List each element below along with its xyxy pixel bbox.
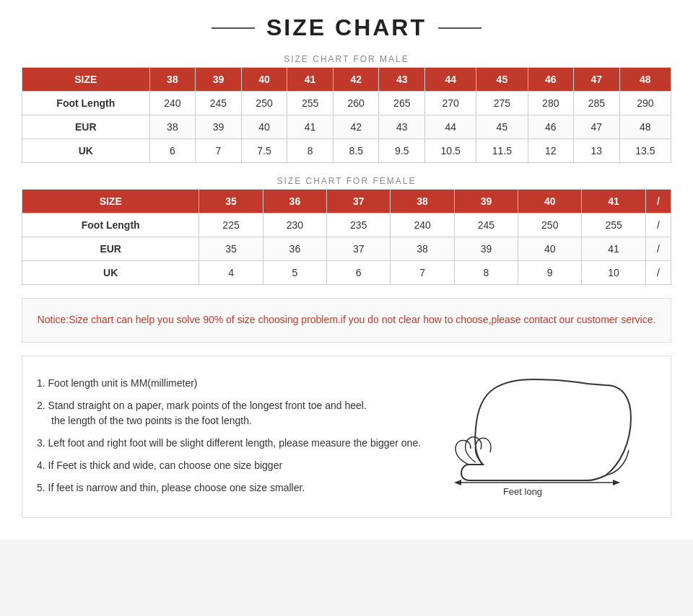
female-row-cell: 36 bbox=[263, 237, 326, 261]
male-row-cell: 42 bbox=[333, 115, 379, 139]
female-row-cell: 10 bbox=[582, 261, 645, 285]
female-section-label: SIZE CHART FOR FEMALE bbox=[22, 176, 671, 186]
male-row-cell: 45 bbox=[476, 115, 528, 139]
foot-diagram-svg: Feet long bbox=[447, 371, 649, 501]
instruction-item: 5. If feet is narrow and thin, please ch… bbox=[37, 480, 425, 496]
male-row-cell: 7 bbox=[196, 139, 242, 163]
male-header-cell: 43 bbox=[379, 68, 425, 92]
page-title: SIZE CHART bbox=[266, 14, 427, 41]
female-table-header-row: SIZE35363738394041/ bbox=[22, 190, 671, 214]
female-row-cell: / bbox=[645, 237, 671, 261]
female-row-label: Foot Length bbox=[22, 214, 199, 237]
male-row-cell: 6 bbox=[149, 139, 196, 163]
male-row-cell: 13 bbox=[574, 139, 620, 163]
title-row: SIZE CHART bbox=[22, 14, 671, 41]
female-row-label: UK bbox=[22, 261, 199, 285]
male-header-cell: SIZE bbox=[22, 68, 150, 92]
male-row-cell: 275 bbox=[476, 92, 528, 115]
male-row-cell: 10.5 bbox=[425, 139, 476, 163]
female-header-cell: SIZE bbox=[22, 190, 199, 214]
male-header-cell: 47 bbox=[574, 68, 620, 92]
female-size-table: SIZE35363738394041/ Foot Length225230235… bbox=[22, 189, 671, 285]
female-row-cell: 4 bbox=[199, 261, 263, 285]
instructions-list: 1. Foot length unit is MM(millimeter)2. … bbox=[37, 376, 425, 503]
female-row-label: EUR bbox=[22, 237, 199, 261]
female-row-cell: 240 bbox=[391, 214, 454, 237]
female-row-cell: 38 bbox=[391, 237, 454, 261]
male-row-cell: 285 bbox=[574, 92, 620, 115]
female-row-cell: 230 bbox=[263, 214, 326, 237]
female-table-body: Foot Length225230235240245250255/EUR3536… bbox=[22, 214, 671, 285]
female-row-cell: 37 bbox=[327, 237, 391, 261]
instruction-item: 4. If Feet is thick and wide, can choose… bbox=[37, 458, 425, 473]
female-row-cell: 39 bbox=[454, 237, 518, 261]
male-row-label: Foot Length bbox=[22, 92, 150, 115]
female-header-cell: 37 bbox=[327, 190, 391, 214]
female-row-cell: / bbox=[645, 214, 671, 237]
svg-text:Feet long: Feet long bbox=[503, 486, 542, 497]
instruction-item: 3. Left foot and right foot will be slig… bbox=[37, 436, 425, 451]
title-line-left bbox=[212, 27, 255, 29]
male-table-row: Foot Length24024525025526026527027528028… bbox=[22, 92, 671, 115]
male-row-cell: 260 bbox=[333, 92, 379, 115]
male-row-label: EUR bbox=[22, 115, 150, 139]
instruction-item: 2. Stand straight on a paper, mark point… bbox=[37, 398, 425, 428]
female-header-cell: / bbox=[645, 190, 671, 214]
male-header-cell: 45 bbox=[476, 68, 528, 92]
female-row-cell: 41 bbox=[582, 237, 645, 261]
female-table-row: Foot Length225230235240245250255/ bbox=[22, 214, 671, 237]
female-header-cell: 38 bbox=[391, 190, 454, 214]
male-row-cell: 255 bbox=[287, 92, 334, 115]
male-header-cell: 44 bbox=[425, 68, 476, 92]
instructions-ordered-list: 1. Foot length unit is MM(millimeter)2. … bbox=[37, 376, 425, 496]
male-row-cell: 280 bbox=[528, 92, 574, 115]
male-row-cell: 8 bbox=[287, 139, 334, 163]
female-row-cell: 6 bbox=[327, 261, 391, 285]
female-row-cell: 235 bbox=[327, 214, 391, 237]
male-row-cell: 41 bbox=[287, 115, 334, 139]
female-row-cell: 8 bbox=[454, 261, 518, 285]
male-row-cell: 270 bbox=[425, 92, 476, 115]
male-header-cell: 46 bbox=[528, 68, 574, 92]
male-table-body: Foot Length24024525025526026527027528028… bbox=[22, 92, 671, 163]
female-row-cell: 255 bbox=[582, 214, 645, 237]
male-row-cell: 240 bbox=[149, 92, 196, 115]
male-section-label: SIZE CHART FOR MALE bbox=[22, 54, 671, 64]
notice-box: Notice:Size chart can help you solve 90%… bbox=[22, 298, 671, 343]
male-row-cell: 48 bbox=[619, 115, 671, 139]
female-row-cell: 9 bbox=[518, 261, 582, 285]
female-header-cell: 41 bbox=[582, 190, 645, 214]
svg-marker-2 bbox=[613, 480, 620, 485]
female-row-cell: 40 bbox=[518, 237, 582, 261]
male-row-cell: 11.5 bbox=[476, 139, 528, 163]
page-container: SIZE CHART SIZE CHART FOR MALE SIZE38394… bbox=[0, 0, 693, 540]
male-header-cell: 41 bbox=[287, 68, 334, 92]
notice-text: Notice:Size chart can help you solve 90%… bbox=[38, 314, 656, 325]
male-row-cell: 9.5 bbox=[379, 139, 425, 163]
instruction-item: 1. Foot length unit is MM(millimeter) bbox=[37, 376, 425, 391]
male-row-cell: 13.5 bbox=[619, 139, 671, 163]
male-row-cell: 38 bbox=[149, 115, 196, 139]
male-header-cell: 40 bbox=[241, 68, 287, 92]
male-size-table: SIZE3839404142434445464748 Foot Length24… bbox=[22, 67, 671, 163]
svg-marker-1 bbox=[454, 480, 461, 485]
title-line-right bbox=[438, 27, 481, 29]
male-header-cell: 48 bbox=[619, 68, 671, 92]
male-row-cell: 46 bbox=[528, 115, 574, 139]
male-row-cell: 290 bbox=[619, 92, 671, 115]
instruction-sub: the length of the two points is the foot… bbox=[51, 413, 425, 428]
male-row-label: UK bbox=[22, 139, 150, 163]
female-table-row: EUR35363738394041/ bbox=[22, 237, 671, 261]
male-row-cell: 7.5 bbox=[241, 139, 287, 163]
female-row-cell: 245 bbox=[454, 214, 518, 237]
male-row-cell: 8.5 bbox=[333, 139, 379, 163]
female-row-cell: 7 bbox=[391, 261, 454, 285]
female-header-cell: 39 bbox=[454, 190, 518, 214]
male-row-cell: 245 bbox=[196, 92, 242, 115]
female-header-cell: 36 bbox=[263, 190, 326, 214]
male-header-cell: 39 bbox=[196, 68, 242, 92]
instructions-box: 1. Foot length unit is MM(millimeter)2. … bbox=[22, 356, 671, 518]
female-row-cell: 5 bbox=[263, 261, 326, 285]
male-row-cell: 12 bbox=[528, 139, 574, 163]
male-header-cell: 42 bbox=[333, 68, 379, 92]
